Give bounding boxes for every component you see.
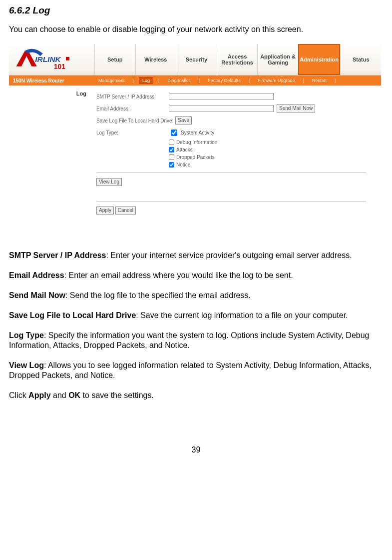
save-log-label: Save Log File To Local Hard Drive: [96,118,173,124]
description-block: SMTP Server / IP Address: Enter your int… [9,250,383,400]
desc-log-type: Log Type: Specify the information you wa… [9,330,383,350]
separator [96,201,366,202]
svg-text:IRLINK: IRLINK [35,55,61,64]
email-label: Email Address: [96,106,169,112]
chk-debug-info[interactable] [169,140,174,145]
subnav-log[interactable]: Log [139,77,153,84]
main-tabs: Setup Wireless Security Access Restricti… [94,44,381,75]
router-model-label: 150N Wireless Router [9,78,95,84]
chk-attacks[interactable] [169,147,174,152]
desc-save-log: Save Log File to Local Hard Drive: Save … [9,310,383,320]
apply-button[interactable]: Apply [96,206,114,214]
router-ui-screenshot: IRLINK 101 Setup Wireless Security Acces… [9,44,381,240]
desc-apply-ok: Click Apply and OK to save the settings. [9,390,383,400]
subnav-factory-defaults[interactable]: Factory Defaults [205,78,244,84]
log-type-label: Log Type: [96,130,169,136]
smtp-label: SMTP Server / IP Address: [96,94,169,100]
desc-smtp: SMTP Server / IP Address: Enter your int… [9,250,383,260]
chk-debug-info-label: Debug Information [176,140,217,145]
separator [96,172,366,173]
svg-text:101: 101 [54,63,65,70]
chk-system-activity-label: System Activity [181,130,214,136]
tab-status[interactable]: Status [340,44,381,75]
log-form: SMTP Server / IP Address: Email Address:… [91,86,381,240]
subnav-diagnostics[interactable]: Diagnostics [164,78,194,84]
send-mail-now-button[interactable]: Send Mail Now [277,104,315,112]
tab-setup[interactable]: Setup [94,44,135,75]
chk-attacks-label: Attacks [176,147,193,152]
svg-rect-2 [66,57,69,60]
admin-subnav: Management | Log | Diagnostics | Factory… [95,77,339,84]
subnav-restart[interactable]: Restart [309,78,330,84]
tab-administration[interactable]: Administration [298,44,341,75]
tab-application-gaming[interactable]: Application & Gaming [257,44,298,75]
chk-dropped-packets-label: Dropped Packets [176,154,215,160]
section-heading: 6.6.2 Log [9,5,383,16]
cancel-button[interactable]: Cancel [115,206,136,214]
email-input[interactable] [169,105,274,112]
desc-view-log: View Log: Allows you to see logged infor… [9,360,383,380]
tab-access-restrictions[interactable]: Access Restrictions [217,44,258,75]
chk-system-activity[interactable] [171,130,177,136]
tab-wireless[interactable]: Wireless [135,44,176,75]
subnav-firmware-upgrade[interactable]: Firmware Upgrade [255,78,298,84]
chk-notice-label: Notice [176,162,190,168]
tab-security[interactable]: Security [176,44,217,75]
page-number: 39 [9,446,383,460]
view-log-button[interactable]: View Log [96,178,122,186]
chk-dropped-packets[interactable] [169,154,174,160]
save-button[interactable]: Save [175,116,192,124]
subnav-management[interactable]: Management [95,78,128,84]
chk-notice[interactable] [169,162,174,168]
intro-text: You can choose to enable or disable logg… [9,25,383,34]
desc-email: Email Address: Enter an email address wh… [9,270,383,280]
panel-title: Log [9,86,91,240]
desc-send-mail: Send Mail Now: Send the log file to the … [9,290,383,300]
airlink-logo: IRLINK 101 [9,44,94,75]
smtp-input[interactable] [169,93,274,100]
